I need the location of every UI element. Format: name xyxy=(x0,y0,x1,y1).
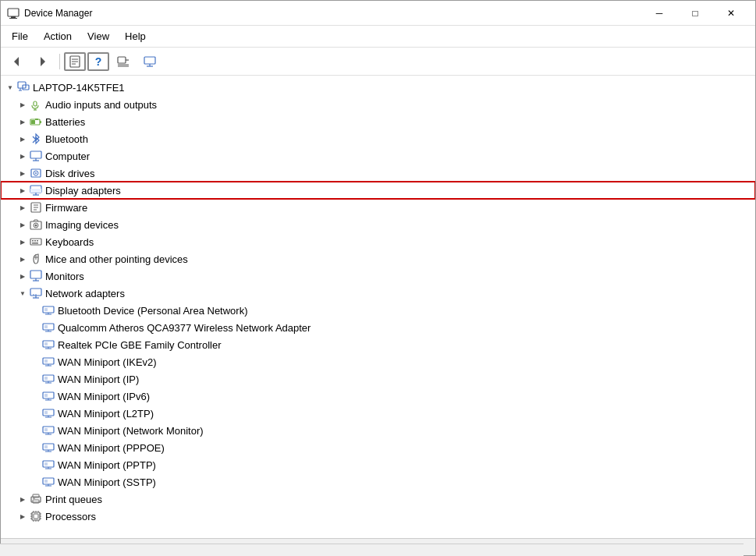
device-tree[interactable]: ▼ LAPTOP-14K5TFE1 ▶ xyxy=(1,76,755,538)
svg-point-45 xyxy=(35,225,37,227)
device-manager-window: Device Manager ─ □ ✕ File Action View He… xyxy=(0,0,756,556)
wan-l2tp-label: WAN Miniport (L2TP) xyxy=(58,408,154,420)
update-driver-button[interactable] xyxy=(111,51,136,73)
disk-icon xyxy=(29,166,43,180)
net-card-icon-1 xyxy=(41,303,55,317)
svg-rect-1 xyxy=(11,16,16,18)
network-icon xyxy=(29,286,43,300)
status-bar xyxy=(1,538,755,555)
menu-view[interactable]: View xyxy=(80,27,117,45)
svg-rect-46 xyxy=(30,239,41,245)
tree-item-bluetooth[interactable]: ▶ Bluetooth xyxy=(1,130,755,147)
minimize-button[interactable]: ─ xyxy=(641,1,677,26)
tree-item-root[interactable]: ▼ LAPTOP-14K5TFE1 xyxy=(1,79,755,96)
tree-item-bt-device[interactable]: ▶ Bluetooth Device (Personal Area Networ… xyxy=(1,302,755,319)
monitor-icon xyxy=(29,269,43,283)
properties-button[interactable] xyxy=(64,52,86,71)
tree-item-audio[interactable]: ▶ Audio inputs and outputs xyxy=(1,96,755,113)
net-card-icon-4 xyxy=(41,355,55,369)
back-button[interactable] xyxy=(4,51,29,73)
menu-help[interactable]: Help xyxy=(117,27,154,45)
tree-item-batteries[interactable]: ▶ Batteries xyxy=(1,113,755,130)
expand-firmware[interactable]: ▶ xyxy=(16,201,29,214)
title-bar: Device Manager ─ □ ✕ xyxy=(1,1,755,26)
expand-batteries[interactable]: ▶ xyxy=(16,115,29,128)
computer-icon xyxy=(16,80,30,94)
svg-rect-47 xyxy=(32,240,34,242)
keyboard-icon xyxy=(29,235,43,249)
svg-rect-2 xyxy=(9,18,17,19)
root-label: LAPTOP-14K5TFE1 xyxy=(33,82,125,94)
wan-pptp-label: WAN Miniport (PPTP) xyxy=(58,459,156,471)
tree-item-wan-netmon[interactable]: ▶ WAN Miniport (Network Monitor) xyxy=(1,422,755,439)
tree-item-processors[interactable]: ▶ xyxy=(1,508,755,525)
tree-item-monitors[interactable]: ▶ Monitors xyxy=(1,267,755,285)
wan-pppoe-label: WAN Miniport (PPPOE) xyxy=(58,442,165,454)
tree-item-wan-ipv6[interactable]: ▶ WAN Miniport (IPv6) xyxy=(1,388,755,405)
menu-action[interactable]: Action xyxy=(36,27,80,45)
menu-file[interactable]: File xyxy=(4,27,36,45)
net-card-icon-5 xyxy=(41,372,55,386)
tree-item-wan-ikev2[interactable]: ▶ WAN Miniport (IKEv2) xyxy=(1,353,755,370)
tree-item-print[interactable]: ▶ Print queues xyxy=(1,490,755,508)
expand-disk[interactable]: ▶ xyxy=(16,167,29,179)
net-card-icon-3 xyxy=(41,338,55,352)
expand-network[interactable]: ▼ xyxy=(16,287,29,299)
content-area: ▼ LAPTOP-14K5TFE1 ▶ xyxy=(1,76,755,538)
wan-ip-label: WAN Miniport (IP) xyxy=(58,374,139,385)
camera-icon xyxy=(29,218,43,232)
expand-display[interactable]: ▶ xyxy=(16,184,29,197)
processors-label: Processors xyxy=(45,511,96,522)
app-icon xyxy=(7,7,20,19)
expand-bluetooth[interactable]: ▶ xyxy=(16,133,29,145)
expand-monitors[interactable]: ▶ xyxy=(16,270,29,282)
tree-item-wan-pptp[interactable]: ▶ WAN Miniport (PPTP) xyxy=(1,456,755,473)
display-icon xyxy=(29,183,43,197)
expand-processors[interactable]: ▶ xyxy=(16,510,29,522)
imaging-label: Imaging devices xyxy=(45,219,119,231)
expand-audio[interactable]: ▶ xyxy=(16,98,29,111)
tree-item-mice[interactable]: ▶ Mice and other pointing devices xyxy=(1,250,755,267)
audio-icon xyxy=(29,97,43,112)
computer-label: Computer xyxy=(45,151,90,162)
forward-button[interactable] xyxy=(30,51,55,73)
svg-rect-26 xyxy=(31,120,35,124)
net-card-icon-7 xyxy=(41,406,55,420)
tree-item-firmware[interactable]: ▶ Firmware xyxy=(1,199,755,216)
batteries-label: Batteries xyxy=(45,116,85,128)
tree-item-qualcomm[interactable]: ▶ Qualcomm Atheros QCA9377 Wireless Netw… xyxy=(1,319,755,336)
tree-item-wan-pppoe[interactable]: ▶ WAN Miniport (PPPOE) xyxy=(1,439,755,456)
net-card-icon-2 xyxy=(41,320,55,335)
tree-item-wan-l2tp[interactable]: ▶ WAN Miniport (L2TP) xyxy=(1,405,755,422)
svg-rect-74 xyxy=(44,359,48,363)
keyboards-label: Keyboards xyxy=(45,236,94,248)
expand-root[interactable]: ▼ xyxy=(4,81,16,94)
expand-imaging[interactable]: ▶ xyxy=(16,218,29,231)
computer-view-button[interactable] xyxy=(137,51,162,73)
expand-print[interactable]: ▶ xyxy=(16,493,29,505)
mice-label: Mice and other pointing devices xyxy=(45,253,188,265)
bluetooth-label: Bluetooth xyxy=(45,133,88,145)
expand-mice[interactable]: ▶ xyxy=(16,253,29,265)
wan-sstp-label: WAN Miniport (SSTP) xyxy=(58,476,156,488)
tree-item-keyboards[interactable]: ▶ Keyboards xyxy=(1,233,755,250)
net-card-icon-9 xyxy=(41,441,55,455)
expand-keyboards[interactable]: ▶ xyxy=(16,236,29,248)
tree-item-computer[interactable]: ▶ Computer xyxy=(1,147,755,165)
tree-item-wan-ip[interactable]: ▶ WAN Miniport (IP) xyxy=(1,370,755,388)
tree-item-disk[interactable]: ▶ Disk drives xyxy=(1,165,755,182)
tree-item-network[interactable]: ▼ Network adapters xyxy=(1,285,755,302)
tree-item-display[interactable]: ▶ Display adapters xyxy=(1,182,755,199)
tree-item-wan-sstp[interactable]: ▶ WAN Miniport (SSTP) xyxy=(1,473,755,490)
svg-rect-98 xyxy=(44,462,48,466)
close-button[interactable]: ✕ xyxy=(713,1,749,26)
svg-point-34 xyxy=(35,172,37,174)
help-toolbar-button[interactable]: ? xyxy=(87,52,109,71)
toolbar: ? xyxy=(1,48,755,76)
svg-rect-24 xyxy=(35,119,38,120)
maximize-button[interactable]: □ xyxy=(677,1,713,26)
tree-item-imaging[interactable]: ▶ Imaging devices xyxy=(1,216,755,233)
tree-item-realtek[interactable]: ▶ Realtek PCIe GBE Family Controller xyxy=(1,336,755,353)
expand-computer[interactable]: ▶ xyxy=(16,150,29,162)
wan-netmon-label: WAN Miniport (Network Monitor) xyxy=(58,425,204,437)
